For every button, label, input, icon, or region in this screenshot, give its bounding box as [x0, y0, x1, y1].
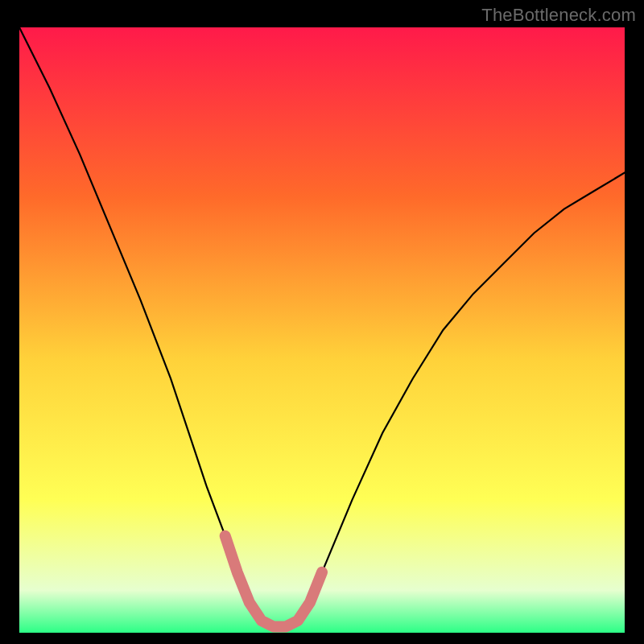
plot-area — [19, 27, 625, 633]
chart-frame: TheBottleneck.com — [0, 0, 644, 644]
bottleneck-chart-svg — [19, 27, 625, 633]
watermark-text: TheBottleneck.com — [481, 5, 636, 26]
gradient-background — [19, 27, 625, 633]
